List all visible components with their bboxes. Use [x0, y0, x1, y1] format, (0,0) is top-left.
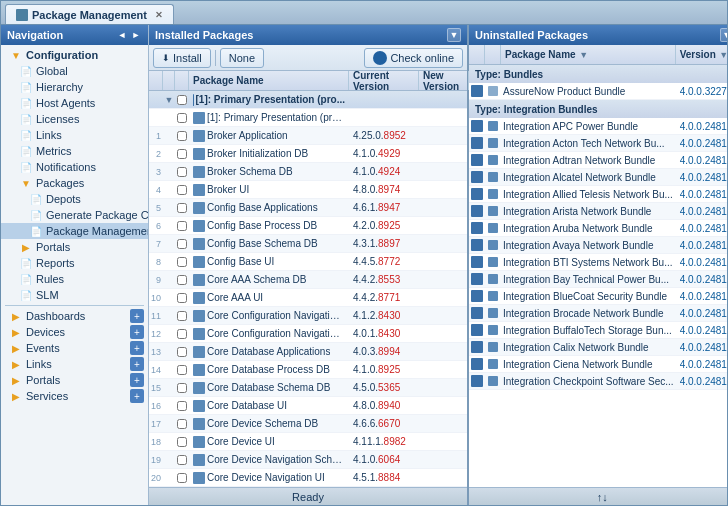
row-check[interactable]	[175, 167, 189, 177]
filter-icon[interactable]: ▼	[578, 49, 590, 61]
list-item[interactable]: Integration Ciena Network Bundle 4.0.0.2…	[469, 356, 727, 373]
list-item[interactable]: Integration Brocade Network Bundle 4.0.0…	[469, 305, 727, 322]
table-row[interactable]: 19 Core Device Navigation Schema ... 4.1…	[149, 451, 467, 469]
table-row[interactable]: [1]: Primary Presentation (pro...	[149, 109, 467, 127]
list-item[interactable]: Integration Allied Telesis Network Bu...…	[469, 186, 727, 203]
list-item[interactable]: Integration Bay Technical Power Bu... 4.…	[469, 271, 727, 288]
row-check[interactable]	[175, 293, 189, 303]
nav-item-hostagents[interactable]: 📄 Host Agents	[1, 95, 148, 111]
nav-item-portals2[interactable]: ▶ Portals +	[1, 372, 148, 388]
table-row[interactable]: 16 Core Database UI 4.8.0.8940	[149, 397, 467, 415]
row-check[interactable]	[175, 347, 189, 357]
uninstalled-filter-btn[interactable]: ▼	[720, 28, 727, 42]
nav-item-metrics[interactable]: 📄 Metrics	[1, 143, 148, 159]
nav-item-packages[interactable]: ▼ Packages	[1, 175, 148, 191]
row-check[interactable]	[175, 419, 189, 429]
row-check[interactable]	[175, 455, 189, 465]
table-row[interactable]: 10 Core AAA UI 4.4.2.8771	[149, 289, 467, 307]
none-button[interactable]: None	[220, 48, 264, 68]
table-row[interactable]: 2 Broker Initialization DB 4.1.0.4929	[149, 145, 467, 163]
row-check[interactable]	[175, 401, 189, 411]
row-check[interactable]	[175, 149, 189, 159]
row-expand[interactable]: ▼	[163, 95, 175, 105]
nav-item-depots[interactable]: 📄 Depots	[1, 191, 148, 207]
tab-close-icon[interactable]: ✕	[155, 10, 163, 20]
links-plus-btn[interactable]: +	[130, 357, 144, 371]
list-item[interactable]: Integration Aruba Network Bundle 4.0.0.2…	[469, 220, 727, 237]
table-row[interactable]: 17 Core Device Schema DB 4.6.6.6670	[149, 415, 467, 433]
nav-item-slm[interactable]: 📄 SLM	[1, 287, 148, 303]
list-item[interactable]: AssureNow Product Bundle 4.0.0.3227	[469, 83, 727, 100]
services-plus-btn[interactable]: +	[130, 389, 144, 403]
nav-item-reports[interactable]: 📄 Reports	[1, 255, 148, 271]
nav-item-configuration[interactable]: ▼ Configuration	[1, 47, 148, 63]
row-check[interactable]	[175, 311, 189, 321]
dashboards-plus-btn[interactable]: +	[130, 309, 144, 323]
nav-item-global[interactable]: 📄 Global	[1, 63, 148, 79]
table-row[interactable]: 11 Core Configuration Navigation S... 4.…	[149, 307, 467, 325]
table-row[interactable]: 20 Core Device Navigation UI 4.5.1.8884	[149, 469, 467, 487]
list-item[interactable]: Integration Adtran Network Bundle 4.0.0.…	[469, 152, 727, 169]
table-row[interactable]: 3 Broker Schema DB 4.1.0.4924	[149, 163, 467, 181]
nav-item-generate-pkg[interactable]: 📄 Generate Package Collection	[1, 207, 148, 223]
table-row[interactable]: 6 Config Base Process DB 4.2.0.8925	[149, 217, 467, 235]
list-item[interactable]: Integration BlueCoat Security Bundle 4.0…	[469, 288, 727, 305]
nav-item-links[interactable]: 📄 Links	[1, 127, 148, 143]
installed-filter-btn[interactable]: ▼	[447, 28, 461, 42]
list-item[interactable]: Integration Calix Network Bundle 4.0.0.2…	[469, 339, 727, 356]
filter-icon2[interactable]: ▼	[718, 49, 727, 61]
list-item[interactable]: Integration APC Power Bundle 4.0.0.2481	[469, 118, 727, 135]
row-check[interactable]	[175, 473, 189, 483]
pkg-rows[interactable]: ▼ [1]: Primary Presentation (pro... [	[149, 91, 467, 487]
row-check[interactable]	[175, 383, 189, 393]
row-check[interactable]	[175, 275, 189, 285]
nav-arrow-left-icon[interactable]: ◄	[116, 29, 128, 41]
table-row[interactable]: 15 Core Database Schema DB 4.5.0.5365	[149, 379, 467, 397]
table-row[interactable]: 7 Config Base Schema DB 4.3.1.8897	[149, 235, 467, 253]
list-item[interactable]: Integration Alcatel Network Bundle 4.0.0…	[469, 169, 727, 186]
nav-arrow-right-icon[interactable]: ►	[130, 29, 142, 41]
row-check[interactable]	[175, 95, 189, 105]
portals-plus-btn[interactable]: +	[130, 373, 144, 387]
list-item[interactable]: Integration Acton Tech Network Bu... 4.0…	[469, 135, 727, 152]
table-row[interactable]: 1 Broker Application 4.25.0.8952	[149, 127, 467, 145]
events-plus-btn[interactable]: +	[130, 341, 144, 355]
check-online-button[interactable]: Check online	[364, 48, 463, 68]
nav-item-links2[interactable]: ▶ Links +	[1, 356, 148, 372]
row-check[interactable]	[175, 329, 189, 339]
row-check[interactable]	[175, 185, 189, 195]
table-row[interactable]: 12 Core Configuration Navigation UI 4.0.…	[149, 325, 467, 343]
row-check[interactable]	[175, 239, 189, 249]
row-check[interactable]	[175, 203, 189, 213]
nav-item-events[interactable]: ▶ Events +	[1, 340, 148, 356]
list-item[interactable]: Integration Avaya Network Bundle 4.0.0.2…	[469, 237, 727, 254]
list-item[interactable]: Integration BuffaloTech Storage Bun... 4…	[469, 322, 727, 339]
row-check[interactable]	[175, 437, 189, 447]
table-row[interactable]: 18 Core Device UI 4.11.1.8982	[149, 433, 467, 451]
nav-item-dashboards[interactable]: ▶ Dashboards +	[1, 308, 148, 324]
nav-item-devices[interactable]: ▶ Devices +	[1, 324, 148, 340]
nav-item-rules[interactable]: 📄 Rules	[1, 271, 148, 287]
nav-item-licenses[interactable]: 📄 Licenses	[1, 111, 148, 127]
table-row[interactable]: 8 Config Base UI 4.4.5.8772	[149, 253, 467, 271]
nav-item-hierarchy[interactable]: 📄 Hierarchy	[1, 79, 148, 95]
row-check[interactable]	[175, 365, 189, 375]
nav-item-notifications[interactable]: 📄 Notifications	[1, 159, 148, 175]
list-item[interactable]: Integration Checkpoint Software Sec... 4…	[469, 373, 727, 390]
table-row[interactable]: 14 Core Database Process DB 4.1.0.8925	[149, 361, 467, 379]
table-row[interactable]: 13 Core Database Applications 4.0.3.8994	[149, 343, 467, 361]
table-row[interactable]: 5 Config Base Applications 4.6.1.8947	[149, 199, 467, 217]
list-item[interactable]: Integration BTI Systems Network Bu... 4.…	[469, 254, 727, 271]
table-row[interactable]: 4 Broker UI 4.8.0.8974	[149, 181, 467, 199]
table-row[interactable]: 9 Core AAA Schema DB 4.4.2.8553	[149, 271, 467, 289]
row-check[interactable]	[175, 257, 189, 267]
nav-item-services[interactable]: ▶ Services +	[1, 388, 148, 404]
tab-package-management[interactable]: Package Management ✕	[5, 4, 174, 24]
row-check[interactable]	[175, 113, 189, 123]
pkg-group-header[interactable]: ▼ [1]: Primary Presentation (pro...	[149, 91, 467, 109]
devices-plus-btn[interactable]: +	[130, 325, 144, 339]
nav-item-pkg-management[interactable]: 📄 Package Management	[1, 223, 148, 239]
nav-item-portals[interactable]: ▶ Portals	[1, 239, 148, 255]
row-check[interactable]	[175, 221, 189, 231]
list-item[interactable]: Integration Arista Network Bundle 4.0.0.…	[469, 203, 727, 220]
